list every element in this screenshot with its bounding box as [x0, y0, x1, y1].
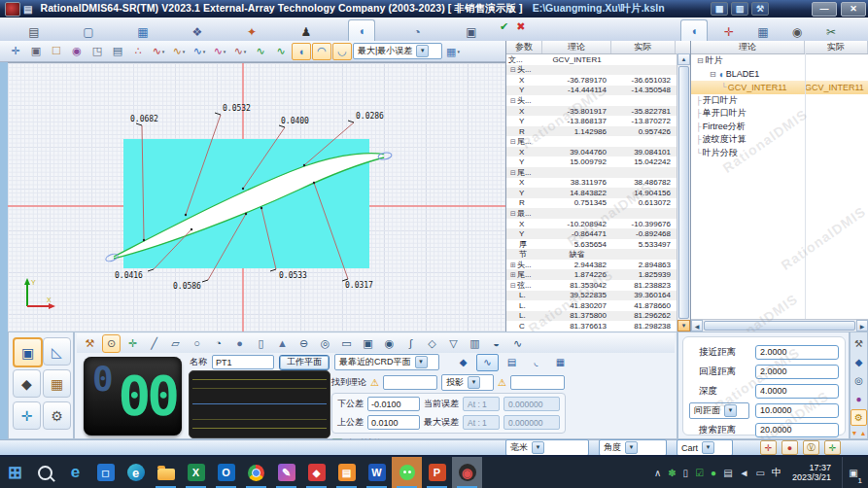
plane-icon[interactable]: ▱: [166, 334, 185, 353]
cone-angle-icon[interactable]: ▽: [444, 334, 463, 353]
rationaldmis-icon[interactable]: ◉: [452, 457, 482, 488]
display-mode-icon[interactable]: ▤: [108, 43, 127, 60]
scroll-up-icon[interactable]: ▲: [677, 53, 690, 65]
point-axis-icon[interactable]: ✛: [123, 334, 142, 353]
axes-color-icon[interactable]: ✛: [824, 440, 841, 455]
workplane-button[interactable]: 工作平面: [279, 355, 330, 370]
table-row[interactable]: ⊟尾...: [506, 136, 690, 147]
table-row[interactable]: ⊟弦...81.35304281.238823: [506, 280, 690, 291]
error-mode-select[interactable]: 最大|最小误差 ▼: [353, 43, 442, 59]
table-row[interactable]: L.39.52283539.360164: [506, 291, 690, 301]
tab-display[interactable]: ▣: [459, 22, 484, 41]
whisker-error-icon[interactable]: ◖: [292, 43, 311, 60]
table-row[interactable]: X-36.789170-36.651032: [506, 75, 690, 86]
taskbar-clock[interactable]: 17:37 2023/3/21: [792, 463, 831, 482]
tab-document[interactable]: ▢: [76, 22, 101, 41]
expand-icon[interactable]: ⊟: [510, 282, 516, 289]
tree-item[interactable]: ├波纹度计算: [691, 133, 868, 147]
table-row[interactable]: L.81.37580081.296262: [506, 311, 690, 322]
unit-select[interactable]: 毫米 ▼: [505, 439, 589, 456]
probe-result-tab-icon[interactable]: ◆: [452, 354, 474, 371]
probe-head-button[interactable]: ◆: [13, 369, 41, 398]
curve-green2-icon[interactable]: ∿: [271, 43, 291, 60]
chart-window-icon[interactable]: ▥: [731, 2, 748, 16]
tree-col-theory[interactable]: 理论: [691, 41, 805, 53]
alignment-tool-button[interactable]: ◺: [43, 337, 71, 366]
angle-tab-icon[interactable]: ◟: [525, 354, 547, 371]
tab-report[interactable]: ▤: [21, 22, 47, 41]
notch-icon[interactable]: ◇: [423, 334, 441, 353]
table-row[interactable]: Y14.84382214.904156: [506, 188, 690, 198]
curve-orange-icon[interactable]: ∿▾: [169, 43, 189, 60]
datum-icon[interactable]: ✛: [760, 440, 777, 455]
table-row[interactable]: C81.37661381.298238: [506, 321, 690, 331]
expand-icon[interactable]: ⊟: [510, 138, 516, 145]
table-row[interactable]: ⊟头...: [506, 95, 690, 106]
rotate-view-icon[interactable]: ✛: [6, 43, 25, 60]
tray-usb-icon[interactable]: ▯: [683, 468, 689, 478]
strip-probe-icon[interactable]: ◆: [851, 354, 867, 370]
upper-tol-input[interactable]: [367, 415, 420, 430]
tab-blade[interactable]: ◖: [348, 19, 375, 41]
curve-pink-icon[interactable]: ∿▾: [210, 43, 229, 60]
tray-volume-icon[interactable]: ◄: [740, 468, 749, 478]
paint3d-icon[interactable]: ✎: [271, 457, 301, 488]
edge-icon[interactable]: e: [121, 457, 151, 488]
ie-icon[interactable]: e: [60, 457, 90, 488]
tab-sphere[interactable]: ✦: [239, 22, 264, 41]
line-icon[interactable]: ╱: [145, 334, 163, 353]
expand-icon[interactable]: ⊟: [510, 169, 516, 176]
dome-icon[interactable]: ◒: [487, 334, 505, 353]
ime-indicator[interactable]: 中: [772, 466, 781, 479]
table-row[interactable]: 节缺省: [506, 249, 690, 260]
start-button[interactable]: ⊞: [0, 457, 30, 488]
distance-input[interactable]: [755, 345, 839, 360]
expand-icon[interactable]: ⊟: [510, 66, 516, 73]
vector-mode-icon[interactable]: Ⓥ: [803, 440, 819, 455]
toolbox-button[interactable]: ▦: [43, 369, 71, 398]
list-tab-icon[interactable]: ▤: [501, 354, 523, 371]
probe-model-button[interactable]: ▣: [13, 337, 43, 367]
tree-item[interactable]: └GCV_INTER11GCV_INTER11: [691, 81, 868, 94]
search-button[interactable]: [30, 457, 60, 488]
cuboid-icon[interactable]: ▣: [359, 334, 377, 353]
scroll-thumb[interactable]: [678, 66, 689, 319]
profile-error-icon[interactable]: ◠: [312, 43, 331, 60]
distance-input[interactable]: [755, 365, 839, 379]
strip-probe2-icon[interactable]: ●: [851, 391, 867, 407]
torus-icon[interactable]: ◉: [380, 334, 399, 353]
cancel-icon[interactable]: ✖: [516, 20, 525, 33]
col-actual[interactable]: 实际: [611, 41, 676, 53]
tree-item[interactable]: ├单开口叶片: [691, 107, 868, 121]
graphics-viewport[interactable]: 0.06820.05320.04000.02860.04160.05860.05…: [8, 62, 505, 332]
tree-item[interactable]: ├Firtree分析: [691, 121, 868, 134]
tray-update-icon[interactable]: ☑: [695, 468, 704, 478]
table-row[interactable]: ⊞尾...1.8742261.825939: [506, 269, 690, 280]
pan-view-icon[interactable]: ☐: [47, 43, 66, 60]
expand-icon[interactable]: ⊟: [697, 56, 704, 65]
tray-plant-icon[interactable]: ✽: [668, 468, 676, 478]
fit-window-icon[interactable]: ◳: [87, 43, 107, 60]
table-row[interactable]: 厚5.6356545.533497: [506, 239, 690, 250]
excel-icon[interactable]: X: [181, 457, 211, 488]
table-row[interactable]: Y-0.864471-0.892468: [506, 228, 690, 239]
table-row[interactable]: X-35.801917-35.822781: [506, 106, 690, 117]
strip-magnifier-icon[interactable]: ◎: [851, 372, 867, 389]
spacing-plane-select[interactable]: 间距面▼: [689, 402, 749, 419]
word-icon[interactable]: W: [362, 457, 392, 488]
tab-hand-probe[interactable]: ♟: [294, 22, 319, 41]
spline-icon[interactable]: ∿: [508, 334, 527, 353]
cylinder-icon[interactable]: ▯: [252, 334, 270, 353]
table-row[interactable]: L.41.83020741.878660: [506, 300, 690, 311]
table-row[interactable]: ⊟最...: [506, 208, 690, 219]
graph-tab-icon[interactable]: ∿: [476, 354, 499, 371]
tab-gauge[interactable]: ◔: [404, 22, 430, 41]
table-row[interactable]: X38.31197638.486782: [506, 178, 690, 189]
col-param[interactable]: 参数: [506, 41, 542, 53]
tab-probe[interactable]: ❖: [185, 22, 210, 41]
tree-item[interactable]: ⊟◖BLADE1: [691, 68, 868, 82]
tree-horizontal-scrollbar[interactable]: ◀ ▶: [691, 319, 868, 331]
keyway-icon[interactable]: ▥: [466, 334, 484, 353]
notification-button[interactable]: ▣ 1: [842, 457, 864, 488]
tree-item[interactable]: ⊟叶片: [691, 54, 868, 68]
